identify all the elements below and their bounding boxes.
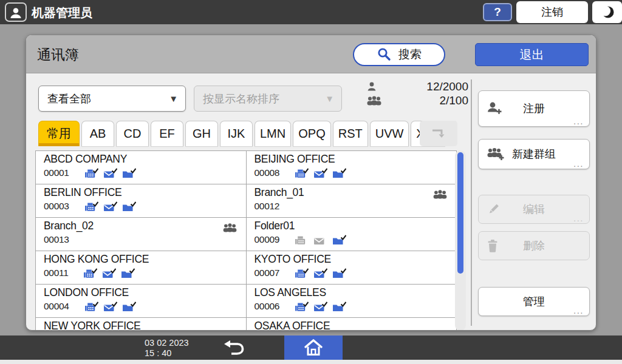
contact-cell[interactable]: HONG KONG OFFICE00011 <box>36 251 247 285</box>
fax-icon <box>85 201 98 212</box>
contact-count: 12/2000 <box>426 80 468 93</box>
top-status-bar: 机器管理员 ? 注销 <box>0 0 622 24</box>
index-tab-ef[interactable]: EF <box>151 121 183 146</box>
back-arrow-icon <box>211 339 255 357</box>
help-button[interactable]: ? <box>483 3 512 21</box>
contact-name: Folder01 <box>255 220 451 232</box>
search-button[interactable]: 搜索 <box>353 43 445 66</box>
folder-icon <box>333 302 346 312</box>
destination-icons <box>295 235 346 245</box>
contact-name: Branch_01 <box>255 186 451 199</box>
contact-id: 00012 <box>255 201 280 212</box>
contact-name: BERLIN OFFICE <box>44 186 240 199</box>
contact-cell[interactable]: BEIJING OFFICE00008 <box>247 151 457 184</box>
device-screen: 机器管理员 ? 注销 通讯簿 搜索 退出 查看全部 ▼ 按显示名称排序 ▼ <box>0 0 622 364</box>
contact-name: HONG KONG OFFICE <box>44 253 240 266</box>
group-count: 2/100 <box>439 94 468 107</box>
contact-cell[interactable]: OSAKA OFFICE <box>247 318 457 331</box>
email-icon <box>104 302 117 312</box>
folder-icon <box>333 268 346 278</box>
contact-cell[interactable]: BERLIN OFFICE00003 <box>36 184 247 218</box>
sleep-mode-button[interactable] <box>592 1 622 23</box>
delete-label: 删除 <box>523 238 545 253</box>
folder-icon <box>123 168 136 178</box>
folder-icon <box>121 268 135 278</box>
more-dots-icon: ... <box>573 116 584 127</box>
group-icon <box>222 223 238 235</box>
sort-order-value: 按显示名称排序 <box>203 92 279 106</box>
manage-button[interactable]: 管理 ... <box>478 287 590 316</box>
contact-cell[interactable]: KYOTO OFFICE00007 <box>247 251 457 285</box>
new-group-label: 新建群组 <box>512 147 556 161</box>
user-account-button[interactable] <box>5 2 27 22</box>
chevron-down-icon: ▼ <box>169 93 178 104</box>
home-icon <box>284 338 343 357</box>
logout-button[interactable]: 注销 <box>516 1 588 23</box>
manage-label: 管理 <box>523 294 545 309</box>
index-tab-lmn[interactable]: LMN <box>255 121 291 146</box>
tab-switch-button[interactable] <box>420 121 457 146</box>
index-tab-opq[interactable]: OPQ <box>293 121 330 146</box>
edit-button[interactable]: 编辑 ... <box>478 195 590 224</box>
new-group-button[interactable]: 新建群组 ... <box>478 139 590 169</box>
sort-order-dropdown[interactable]: 按显示名称排序 ▼ <box>194 86 342 112</box>
register-label: 注册 <box>523 101 545 116</box>
group-count-icon <box>366 95 382 106</box>
index-tab-uvw[interactable]: UVW <box>370 121 409 146</box>
view-filter-dropdown[interactable]: 查看全部 ▼ <box>38 86 186 112</box>
destination-icons <box>84 268 135 278</box>
delete-button[interactable]: 删除 <box>478 231 590 260</box>
contact-name: ABCD COMPANY <box>44 153 240 166</box>
contact-name: LOS ANGELES <box>255 286 451 299</box>
contact-cell[interactable]: LOS ANGELES00006 <box>247 285 457 318</box>
fax-icon <box>85 302 98 312</box>
more-dots-icon: ... <box>573 159 584 169</box>
scrollbar-track[interactable] <box>455 150 466 331</box>
panel-header: 通讯簿 搜索 退出 <box>26 35 596 73</box>
register-button[interactable]: 注册 ... <box>478 90 590 127</box>
contact-id: 00003 <box>44 201 69 212</box>
view-filter-value: 查看全部 <box>47 92 91 106</box>
destination-icons <box>295 268 346 278</box>
contact-id: 00004 <box>44 301 69 312</box>
contact-name: BEIJING OFFICE <box>255 153 451 166</box>
contact-id: 00006 <box>255 301 280 312</box>
destination-icons <box>85 201 136 212</box>
destination-icons <box>85 168 136 178</box>
back-button[interactable] <box>211 335 255 360</box>
contact-cell[interactable]: ABCD COMPANY00001 <box>36 151 247 184</box>
contact-id: 00008 <box>255 167 280 178</box>
email-icon <box>104 168 117 178</box>
contact-cell[interactable]: LONDON OFFICE00004 <box>36 285 247 318</box>
email-icon <box>314 168 327 178</box>
pencil-icon <box>487 203 500 216</box>
destination-icons <box>295 168 346 178</box>
contact-name: OSAKA OFFICE <box>255 320 451 331</box>
index-tab-ijk[interactable]: IJK <box>220 121 253 146</box>
destination-icons <box>85 302 136 312</box>
contact-list: ABCD COMPANY00001BEIJING OFFICE00008BERL… <box>35 150 457 331</box>
exit-button[interactable]: 退出 <box>475 43 589 66</box>
fax-icon <box>295 168 309 178</box>
contact-id: 00001 <box>44 167 69 178</box>
edit-label: 编辑 <box>523 202 545 217</box>
logged-in-user-label: 机器管理员 <box>32 5 92 21</box>
contact-cell[interactable]: NEW YORK OFFICE <box>36 318 247 331</box>
index-tab-strip: 常用ABCDEFGHIJKLMNOPQRSTUVWXYZ <box>38 121 445 146</box>
contact-count-icon <box>366 81 377 92</box>
contact-cell[interactable]: Branch_0200013 <box>36 218 247 251</box>
contact-name: Branch_02 <box>44 220 240 232</box>
index-tab-frequent[interactable]: 常用 <box>38 121 80 146</box>
index-tab-cd[interactable]: CD <box>116 121 149 146</box>
contact-cell[interactable]: Branch_0100012 <box>247 184 457 218</box>
index-tab-rst[interactable]: RST <box>333 121 368 146</box>
folder-icon <box>123 302 136 312</box>
index-tab-gh[interactable]: GH <box>185 121 218 146</box>
folder-icon <box>333 235 346 245</box>
contact-cell[interactable]: Folder0100009 <box>247 218 457 251</box>
time-label: 15 : 40 <box>145 348 189 359</box>
home-button[interactable] <box>284 335 343 360</box>
contact-id: 00011 <box>44 268 68 278</box>
scrollbar-thumb[interactable] <box>457 152 463 274</box>
index-tab-ab[interactable]: AB <box>81 121 114 146</box>
